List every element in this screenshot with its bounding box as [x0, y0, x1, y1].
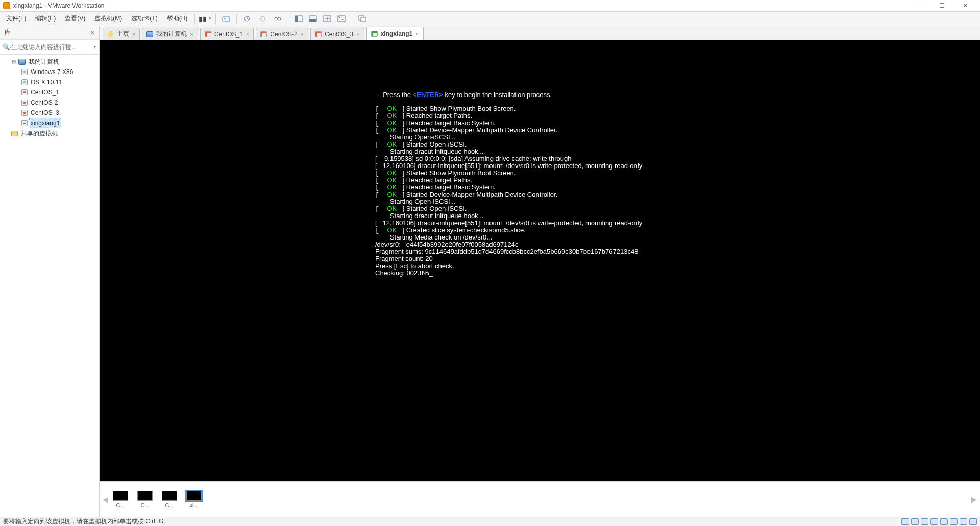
search-input[interactable]	[10, 42, 93, 52]
svg-point-5	[278, 17, 281, 20]
library-header: 库 ✕	[0, 26, 99, 40]
search-icon: 🔍	[2, 43, 10, 51]
thumb-prev-button[interactable]: ◀	[103, 495, 108, 504]
snapshot-take-button[interactable]	[240, 13, 254, 25]
thumb-screenshot	[186, 491, 202, 501]
device-message-icon[interactable]	[969, 518, 977, 525]
menu-help[interactable]: 帮助(H)	[163, 12, 192, 25]
tab-close-icon[interactable]: ×	[301, 31, 304, 37]
collapse-icon[interactable]: ⊟	[11, 57, 16, 66]
vm-icon	[205, 31, 211, 37]
tree-root-my-computer[interactable]: ⊟ 我的计算机	[0, 57, 99, 67]
status-device-icons	[901, 518, 977, 525]
vm-icon	[260, 31, 267, 37]
thumb-screenshot	[162, 491, 177, 501]
titlebar: xingxiang1 - VMware Workstation ─ ☐ ✕	[0, 0, 980, 12]
menu-tabs[interactable]: 选项卡(T)	[127, 12, 161, 25]
menu-vm[interactable]: 虚拟机(M)	[90, 12, 126, 25]
device-sound-icon[interactable]	[940, 518, 948, 525]
unity-button[interactable]	[355, 13, 370, 25]
thumb-item[interactable]: C...	[161, 491, 178, 508]
tree-item-xingxiang1[interactable]: xingxiang1	[0, 118, 99, 128]
menu-edit[interactable]: 编辑(E)	[31, 12, 60, 25]
tabstrip: 主页× 我的计算机× CentOS_1× CentOS-2× CentOS_3×…	[100, 26, 980, 40]
tab-xingxiang1[interactable]: xingxiang1×	[366, 27, 424, 40]
thumb-next-button[interactable]: ▶	[971, 495, 977, 504]
device-display-icon[interactable]	[960, 518, 967, 525]
thumb-item[interactable]: xi...	[185, 491, 203, 508]
svg-point-4	[275, 17, 278, 20]
tree-item-centos3[interactable]: CentOS_3	[0, 108, 99, 118]
thumbnail-strip: ◀ C... C... C... xi... ▶	[100, 481, 980, 517]
send-ctrl-alt-del-button[interactable]	[219, 13, 233, 25]
vm-icon	[21, 100, 28, 106]
device-net-icon[interactable]	[921, 518, 928, 525]
maximize-button[interactable]: ☐	[930, 0, 953, 11]
tab-close-icon[interactable]: ×	[190, 31, 193, 37]
separator	[352, 14, 352, 24]
thumb-screenshot	[113, 491, 128, 501]
separator	[288, 14, 288, 24]
tree-item-centos1[interactable]: CentOS_1	[0, 87, 99, 98]
vm-console[interactable]: - Press the <ENTER> key to begin the ins…	[100, 40, 980, 481]
tab-centos3[interactable]: CentOS_3×	[310, 28, 364, 40]
vm-icon	[315, 31, 322, 37]
tree-item-osx[interactable]: OS X 10.11	[0, 77, 99, 87]
view-thumbnail-button[interactable]	[306, 13, 320, 25]
tab-close-icon[interactable]: ×	[132, 31, 135, 37]
vm-icon	[21, 69, 28, 75]
folder-icon	[11, 131, 18, 136]
menu-file[interactable]: 文件(F)	[2, 12, 30, 25]
pause-button[interactable]: ▮▮▼	[198, 13, 212, 25]
svg-rect-7	[295, 16, 298, 22]
svg-rect-13	[361, 17, 366, 22]
computer-icon	[18, 59, 26, 65]
tab-close-icon[interactable]: ×	[246, 31, 249, 37]
tab-centos1[interactable]: CentOS_1×	[200, 28, 254, 40]
tree-shared-vms[interactable]: 共享的虚拟机	[0, 128, 99, 138]
vm-icon	[21, 89, 28, 95]
window-title: xingxiang1 - VMware Workstation	[13, 2, 906, 9]
menubar: 文件(F) 编辑(E) 查看(V) 虚拟机(M) 选项卡(T) 帮助(H) ▮▮…	[0, 12, 980, 26]
device-hdd-icon[interactable]	[901, 518, 909, 525]
computer-icon	[146, 31, 153, 37]
vm-icon	[21, 79, 28, 85]
tree-item-windows7[interactable]: Windows 7 X86	[0, 67, 99, 77]
device-usb-icon[interactable]	[930, 518, 938, 525]
tab-close-icon[interactable]: ×	[356, 31, 359, 37]
library-title: 库	[4, 28, 90, 37]
device-cd-icon[interactable]	[911, 518, 919, 525]
snapshot-manager-button[interactable]	[271, 13, 285, 25]
library-close-button[interactable]: ✕	[90, 29, 95, 36]
main-area: 主页× 我的计算机× CentOS_1× CentOS-2× CentOS_3×…	[100, 26, 980, 517]
library-panel: 库 ✕ 🔍 ▼ ⊟ 我的计算机 Windows 7 X86 OS X 10.11…	[0, 26, 100, 517]
tab-home[interactable]: 主页×	[103, 28, 140, 40]
vm-icon	[371, 31, 378, 37]
library-tree: ⊟ 我的计算机 Windows 7 X86 OS X 10.11 CentOS_…	[0, 55, 99, 517]
separator	[236, 14, 237, 24]
view-console-button[interactable]	[291, 13, 306, 25]
tab-my-computer[interactable]: 我的计算机×	[142, 28, 198, 40]
svg-rect-9	[309, 19, 316, 22]
menu-view[interactable]: 查看(V)	[61, 12, 89, 25]
minimize-button[interactable]: ─	[906, 0, 930, 11]
tab-close-icon[interactable]: ×	[415, 31, 419, 37]
svg-rect-1	[224, 18, 226, 19]
console-text: - Press the <ENTER> key to begin the ins…	[100, 40, 980, 277]
library-search[interactable]: 🔍 ▼	[0, 40, 99, 55]
tab-centos2[interactable]: CentOS-2×	[256, 28, 308, 40]
device-printer-icon[interactable]	[950, 518, 958, 525]
thumb-item[interactable]: C...	[136, 491, 154, 508]
view-stretch-button[interactable]	[320, 13, 334, 25]
close-button[interactable]: ✕	[953, 0, 977, 11]
app-icon	[3, 2, 10, 9]
status-hint: 要将输入定向到该虚拟机，请在虚拟机内部单击或按 Ctrl+G。	[3, 517, 169, 526]
thumb-screenshot	[137, 491, 153, 501]
tree-item-centos2[interactable]: CentOS-2	[0, 98, 99, 108]
search-dropdown-icon[interactable]: ▼	[93, 45, 97, 50]
vm-icon	[21, 120, 28, 126]
thumb-item[interactable]: C...	[112, 491, 129, 508]
separator	[215, 14, 216, 24]
view-fullscreen-button[interactable]	[334, 13, 349, 25]
snapshot-revert-button[interactable]	[255, 13, 270, 25]
